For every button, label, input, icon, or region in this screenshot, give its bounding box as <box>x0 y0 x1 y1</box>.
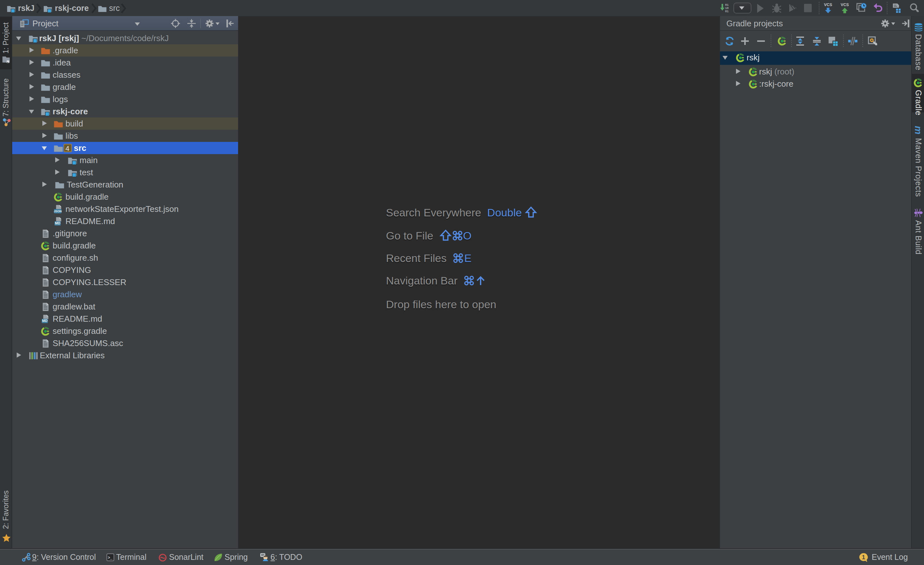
svg-text:01: 01 <box>725 10 729 13</box>
svg-text:>_: >_ <box>108 556 112 560</box>
svg-text:VCS: VCS <box>841 3 849 7</box>
svg-text:1: 1 <box>862 554 865 560</box>
svg-text:VCS: VCS <box>824 3 832 7</box>
